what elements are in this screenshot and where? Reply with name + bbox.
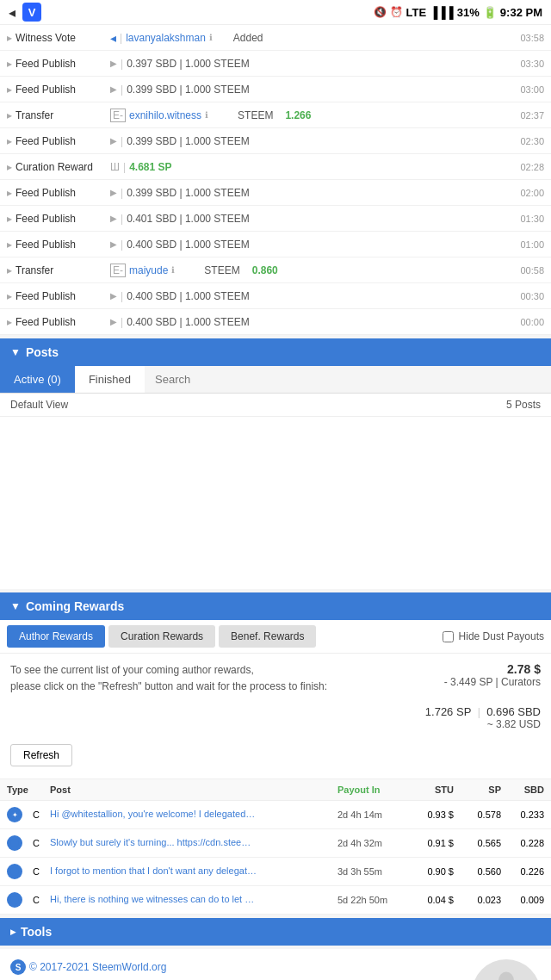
tx-time: 03:00 [510,84,544,95]
table-row[interactable]: ▸ Feed Publish ▶ | 0.399 SBD | 1.000 STE… [0,128,551,154]
table-row[interactable]: ▸ Witness Vote ◂ | lavanyalakshman ℹ Add… [0,25,551,51]
svg-point-6 [10,896,19,904]
reward-sbd: 0.226 [501,866,544,877]
chevron-right-icon: ▸ [7,109,12,121]
posts-section-title: Posts [26,345,59,359]
play-icon: ▶ [110,214,117,223]
tx-type: ▸ Feed Publish [7,316,110,328]
table-row[interactable]: ▸ Feed Publish ▶ | 0.399 SBD | 1.000 STE… [0,180,551,206]
col-header-post: Post [50,785,337,795]
table-row[interactable]: ▸ Feed Publish ▶ | 0.400 SBD | 1.000 STE… [0,309,551,335]
reward-sbd: 0.228 [501,838,544,848]
play-icon: ▶ [110,188,117,197]
transaction-table: ▸ Witness Vote ◂ | lavanyalakshman ℹ Add… [0,24,551,335]
posts-tab-bar: Active (0) Finished [0,366,551,394]
tab-curation-rewards[interactable]: Curation Rewards [108,625,215,648]
status-right: 🔇 ⏰ LTE ▐▐▐ 31% 🔋 9:32 PM [374,6,542,19]
separator: | [121,135,123,147]
reward-post-text: Hi, there is nothing we witnesses can do… [50,894,337,906]
list-item[interactable]: C I forgot to mention that I don't want … [0,858,551,886]
list-item[interactable]: C Hi, there is nothing we witnesses can … [0,886,551,915]
tools-section-title: Tools [21,925,52,939]
list-item[interactable]: ✦ C Hi @whitestallion, you're welcome! I… [0,801,551,829]
reward-post-link[interactable]: Slowly but surely it's turning... https:… [50,837,257,847]
rewards-table-header: Type Post Payout In STU SP SBD [0,779,551,801]
tx-link[interactable]: lavanyalakshman [126,32,206,44]
chevron-right-icon: ▸ [7,316,12,328]
col-header-payout: Payout In [337,785,406,795]
table-row[interactable]: ▸ Feed Publish ▶ | 0.400 SBD | 1.000 STE… [0,232,551,257]
reward-stu: 0.93 $ [406,809,454,820]
reward-sbd: 0.233 [501,809,544,820]
table-row[interactable]: ▸ Feed Publish ▶ | 0.399 SBD | 1.000 STE… [0,77,551,102]
avatar-image [480,968,532,980]
separator: | [478,706,480,718]
reward-row-icon [7,892,33,908]
tx-type: ▸ Transfer [7,109,110,121]
rewards-table: Type Post Payout In STU SP SBD ✦ C Hi @w… [0,778,551,915]
reward-stu: 0.90 $ [406,866,454,877]
tx-time: 00:58 [510,265,544,276]
refresh-area: Refresh [0,737,551,778]
steem-logo-icon: S [10,959,26,975]
table-row[interactable]: ▸ Transfer E- maiyude ℹ STEEM 0.860 00:5… [0,257,551,283]
reward-post-link[interactable]: I forgot to mention that I don't want an… [50,865,257,876]
chevron-right-icon: ▸ [7,58,12,70]
reward-post-link[interactable]: Hi, there is nothing we witnesses can do… [50,894,257,904]
table-row[interactable]: ▸ Curation Reward Ш | 4.681 SP 02:28 [0,154,551,180]
reward-payout-in: 3d 3h 55m [337,866,406,877]
chevron-right-icon: ▸ [7,135,12,147]
reward-sp: 0.560 [454,866,501,877]
posts-search-input[interactable] [145,366,551,393]
svg-point-5 [10,867,19,876]
tab-author-rewards[interactable]: Author Rewards [7,625,105,648]
tx-type: ▸ Feed Publish [7,239,110,251]
coming-rewards-section: ▼ Coming Rewards Author Rewards Curation… [0,592,551,915]
transfer-icon: E- [110,264,126,277]
reward-sp: 0.565 [454,838,501,848]
svg-text:S: S [15,963,22,972]
separator: | [121,213,123,225]
chevron-icon: ◂ [110,31,116,45]
tools-section-header[interactable]: ▸ Tools [0,918,551,946]
tx-link[interactable]: exnihilo.witness [129,109,201,121]
rewards-curators-label: - 3.449 SP | Curators [444,676,541,688]
battery-icon: 🔋 [483,6,497,19]
reward-post-type: C [33,895,50,905]
tab-active[interactable]: Active (0) [0,366,75,393]
chevron-right-icon: ▸ [7,161,12,173]
separator: | [123,161,126,173]
tx-details: ▶ | 0.399 SBD | 1.000 STEEM [110,135,510,147]
footer-top: S © 2017-2021 SteemWorld.org [10,959,461,975]
play-icon: ▶ [110,317,117,326]
status-bar: ◂ V 🔇 ⏰ LTE ▐▐▐ 31% 🔋 9:32 PM [0,0,551,24]
table-row[interactable]: ▸ Transfer E- exnihilo.witness ℹ STEEM 1… [0,102,551,128]
svg-text:✦: ✦ [12,811,18,819]
separator: | [121,239,123,251]
tx-type: ▸ Feed Publish [7,58,110,70]
reward-row-icon: ✦ [7,807,33,822]
tx-link[interactable]: maiyude [129,264,168,276]
rewards-info-values: 2.78 $ - 3.449 SP | Curators [444,662,541,688]
separator: | [120,32,122,44]
separator: | [121,316,123,328]
battery-label: 31% [457,6,480,19]
list-item[interactable]: C Slowly but surely it's turning... http… [0,829,551,858]
hide-dust-checkbox[interactable] [443,631,454,642]
table-row[interactable]: ▸ Feed Publish ▶ | 0.400 SBD | 1.000 STE… [0,283,551,309]
footer-content: S © 2017-2021 SteemWorld.org Built with … [10,959,541,980]
reward-payout-in: 2d 4h 14m [337,809,406,820]
tab-benef-rewards[interactable]: Benef. Rewards [219,625,316,648]
chevron-right-icon: ▸ [7,290,12,302]
refresh-button[interactable]: Refresh [10,744,72,766]
table-row[interactable]: ▸ Feed Publish ▶ | 0.397 SBD | 1.000 STE… [0,51,551,77]
play-icon: ▶ [110,59,117,68]
reward-row-icon [7,835,33,851]
tab-finished[interactable]: Finished [75,366,145,393]
tx-time: 01:30 [510,214,544,224]
table-row[interactable]: ▸ Feed Publish ▶ | 0.401 SBD | 1.000 STE… [0,206,551,232]
tx-time: 03:30 [510,59,544,69]
reward-post-link[interactable]: Hi @whitestallion, you're welcome! I del… [50,809,257,819]
footer-copyright: © 2017-2021 SteemWorld.org [29,961,166,973]
tx-time: 02:30 [510,136,544,146]
